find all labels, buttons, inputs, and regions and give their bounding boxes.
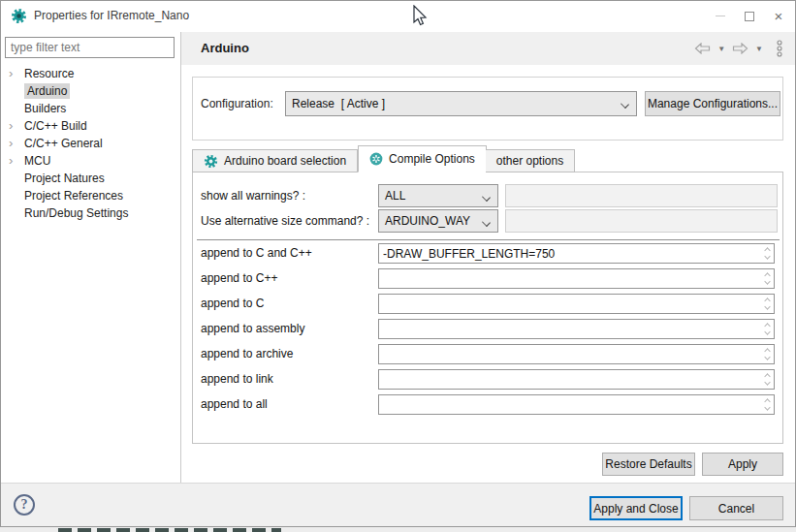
sidebar-item-cpp-build[interactable]: ›C/C++ Build [1,117,180,135]
configuration-select[interactable]: Release [ Active ] [285,91,637,116]
tab-arduino-board-selection[interactable]: Arduino board selection [192,149,358,172]
mouse-cursor [412,5,428,28]
sidebar-item-cpp-general[interactable]: ›C/C++ General [1,135,180,152]
sidebar-item-mcu[interactable]: ›MCU [1,152,180,170]
forward-menu-caret-icon[interactable]: ▼ [755,45,763,53]
maximize-icon[interactable] [735,1,764,31]
configuration-label: Configuration: [201,91,273,116]
configuration-group: Configuration: Release [ Active ] Manage… [192,77,783,141]
section-divider [197,239,780,240]
append-cpp-input[interactable] [379,269,760,288]
board-tab-gear-icon [204,154,218,169]
compile-tab-gear-icon [369,152,383,166]
append-assembly-input[interactable] [379,320,760,338]
expand-chevron-icon[interactable]: › [9,117,13,134]
minimize-icon[interactable] [706,1,735,31]
history-nav: ▼ ▼ [694,32,783,65]
append-link-label: append to link [201,369,273,390]
chevron-down-icon [482,193,491,202]
sidebar-item-run-debug-settings[interactable]: Run/Debug Settings [1,204,180,222]
title-bar: Properties for IRremote_Nano × [1,1,795,32]
view-menu-icon[interactable] [776,40,783,57]
close-icon[interactable]: × [764,1,793,31]
main-panel: Arduino ▼ ▼ [181,32,795,483]
back-icon[interactable] [694,43,711,54]
append-c-cpp-field-wrap [378,243,775,264]
show-all-warnings-label: show all warnings? : [201,184,305,207]
size-command-select[interactable]: ARDUINO_WAY [378,209,498,233]
restore-defaults-button[interactable]: Restore Defaults [602,453,695,476]
cancel-button[interactable]: Cancel [689,496,783,520]
forward-icon[interactable] [732,43,748,54]
expand-chevron-icon[interactable]: › [9,65,13,81]
append-link-field-wrap [378,369,775,390]
dialog-button-bar: ? Apply and Close Cancel [1,483,795,526]
scroll-arrows-icon[interactable] [761,346,773,362]
append-c-input[interactable] [379,295,760,313]
append-all-field-wrap [378,394,775,415]
scroll-arrows-icon[interactable] [761,396,773,413]
append-archive-input[interactable] [379,345,760,363]
scroll-arrows-icon[interactable] [761,371,773,388]
sidebar-item-resource[interactable]: ›Resource [1,65,180,82]
page-header: Arduino ▼ ▼ [181,32,795,65]
size-command-custom-field [505,209,778,233]
tab-other-options[interactable]: other options [486,149,575,172]
scroll-arrows-icon[interactable] [761,296,773,312]
scroll-arrows-icon[interactable] [761,270,773,287]
append-c-cpp-input[interactable] [379,244,760,263]
append-link-input[interactable] [379,370,760,389]
page-title: Arduino [201,32,249,65]
size-command-label: Use alternative size command? : [201,209,369,233]
tab-compile-options[interactable]: Compile Options [358,145,487,172]
chevron-down-icon [621,100,629,109]
warnings-select[interactable]: ALL [378,184,498,207]
scroll-arrows-icon[interactable] [761,245,773,262]
apply-button[interactable]: Apply [702,453,783,476]
compile-options-panel: show all warnings? : ALL Use alternative… [192,172,783,444]
append-assembly-label: append to assembly [201,319,304,339]
scroll-arrows-icon[interactable] [761,321,773,337]
warnings-custom-field [505,184,778,207]
properties-dialog: Properties for IRremote_Nano × ›Resource… [0,0,796,527]
expand-chevron-icon[interactable]: › [9,135,13,151]
append-cpp-label: append to C++ [201,268,277,289]
sidebar-item-builders[interactable]: Builders [1,100,180,117]
append-all-label: append to all [201,394,268,415]
back-menu-caret-icon[interactable]: ▼ [717,45,725,53]
help-icon[interactable]: ? [14,494,35,516]
apply-and-close-button[interactable]: Apply and Close [589,496,683,520]
append-c-field-wrap [378,294,775,314]
sidebar-item-project-natures[interactable]: Project Natures [1,170,180,187]
window-controls: × [706,1,793,31]
window-title: Properties for IRremote_Nano [34,1,189,31]
manage-configurations-button[interactable]: Manage Configurations... [645,91,780,116]
sidebar-item-project-references[interactable]: Project References [1,187,180,204]
filter-input[interactable] [5,37,175,58]
append-archive-label: append to archive [201,344,293,364]
append-all-input[interactable] [379,395,760,414]
sidebar-item-arduino[interactable]: Arduino [1,82,180,100]
append-c-cpp-label: append to C and C++ [201,243,312,264]
options-tabs: Arduino board selection Compile Options … [192,145,575,172]
background-window-content [58,528,281,532]
append-assembly-field-wrap [378,319,775,339]
chevron-down-icon [482,218,491,227]
background-window-sliver [0,527,796,532]
sloeber-gear-icon [11,8,27,24]
expand-chevron-icon[interactable]: › [9,152,13,169]
append-c-label: append to C [201,294,264,314]
properties-sidebar: ›Resource Arduino Builders ›C/C++ Build … [1,32,180,483]
append-cpp-field-wrap [378,268,775,289]
append-archive-field-wrap [378,344,775,364]
